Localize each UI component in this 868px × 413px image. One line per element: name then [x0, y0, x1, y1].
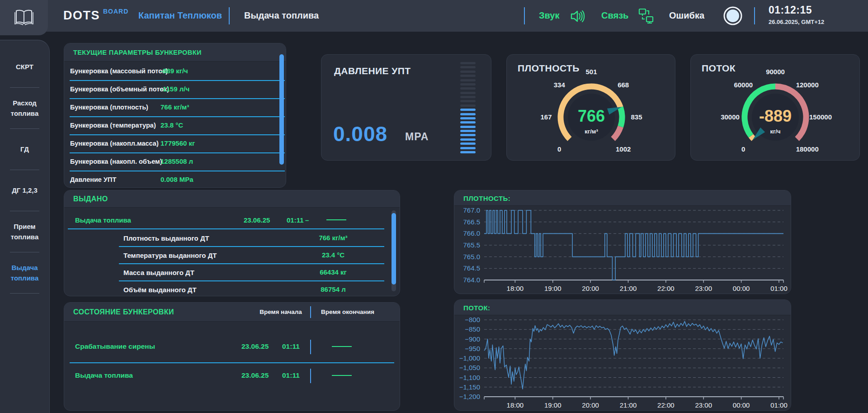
flow-chart-card: ПОТОК: −800−850−900−950−1,000−1,050−1,10… [454, 299, 791, 411]
sidebar-item-fuel-dispensing[interactable]: Выдача топлива [0, 252, 49, 293]
sidebar-item-fuel-consumption[interactable]: Расход топлива [0, 88, 49, 128]
pressure-bar-segment [460, 126, 476, 128]
svg-text:−1,200: −1,200 [459, 393, 480, 400]
sidebar-item-skrt[interactable]: СКРТ [0, 47, 49, 87]
speaker-icon[interactable] [569, 8, 586, 27]
flow-gauge: 0300006000090000120000150000180000-889кг… [694, 69, 857, 161]
column-end-time: Время окончания [314, 309, 382, 315]
svg-text:−1,050: −1,050 [459, 364, 480, 371]
pressure-bar-segment [460, 100, 476, 102]
card-header: ТЕКУЩИЕ ПАРАМЕТРЫ БУНКЕРОВКИ [64, 43, 286, 62]
issued-row: Масса выданного ДТ66434 кг [64, 264, 400, 282]
param-label: Бункеровка (накопл.масса) [70, 140, 159, 147]
param-label: Бункеровка (температура) [70, 122, 156, 129]
header-divider [524, 7, 525, 24]
svg-text:−900: −900 [465, 335, 480, 343]
sidebar-item-dg123[interactable]: ДГ 1,2,3 [0, 170, 49, 211]
params-scrollbar[interactable] [279, 54, 284, 165]
pressure-bar-segment [460, 134, 476, 136]
pressure-bar-segment [460, 113, 476, 115]
pressure-bar-segment [460, 104, 476, 107]
state-row: Срабатывание сирены 23.06.25 01:11 [64, 342, 400, 364]
svg-text:19:00: 19:00 [544, 401, 561, 409]
svg-text:23:00: 23:00 [695, 401, 712, 409]
ship-name-link[interactable]: Капитан Теплюков [138, 10, 222, 21]
param-row: Бункеровка (накопл.масса)1779560 кг [64, 135, 286, 153]
bunkering-state-card: СОСТОЯНИЕ БУНКЕРОВКИ Время начала Время … [64, 302, 400, 411]
column-divider [310, 369, 311, 383]
issued-scrollbar[interactable] [392, 213, 396, 285]
svg-text:767.0: 767.0 [463, 206, 480, 214]
param-row: Бункеровка (объемный поток)-1159 л/ч [64, 81, 286, 99]
column-start-time: Время начала [251, 309, 310, 315]
no-end-time-dash [332, 346, 352, 347]
issued-row-value: 66434 кг [290, 268, 376, 276]
param-label: Бункеровка (объемный поток) [70, 85, 169, 93]
network-icon[interactable] [637, 6, 656, 27]
sidebar-item-fuel-intake[interactable]: Прием топлива [0, 211, 49, 252]
error-indicator-icon[interactable] [722, 5, 743, 28]
brand-sub-text: BOARD [103, 8, 128, 15]
column-divider [310, 306, 311, 318]
clock-time: 01:12:15 [769, 4, 812, 16]
sidebar-item-gd[interactable]: ГД [0, 129, 49, 170]
svg-text:кг/м³: кг/м³ [585, 128, 598, 135]
clock-date: 26.06.2025, GMT+12 [769, 19, 824, 25]
svg-text:0: 0 [741, 145, 745, 153]
dashboard: DOTS BOARD Капитан Теплюков Выдача топли… [0, 0, 868, 413]
sound-status-label[interactable]: Звук [539, 10, 559, 21]
header-divider [229, 7, 230, 24]
row-separator [70, 362, 394, 363]
svg-text:668: 668 [618, 81, 629, 89]
pressure-bar-segment [460, 92, 476, 94]
issued-row-label: Плотность выданного ДТ [123, 234, 209, 242]
card-header: ПЛОТНОСТЬ: [454, 190, 791, 206]
pressure-bar-segment [460, 147, 476, 149]
param-row: Бункеровка (температура)23.8 °C [64, 117, 286, 135]
link-status-label[interactable]: Связь [601, 10, 628, 21]
svg-text:21:00: 21:00 [620, 285, 637, 292]
svg-text:−800: −800 [465, 316, 480, 323]
sidebar-divider [10, 293, 39, 294]
card-header: ВЫДАНО [64, 190, 400, 208]
no-end-time-dash [326, 219, 346, 220]
svg-text:−1,150: −1,150 [459, 383, 480, 391]
app-logo[interactable] [0, 0, 48, 35]
pressure-bar-segment [460, 109, 476, 111]
svg-text:765.0: 765.0 [463, 253, 480, 261]
svg-text:01:00: 01:00 [770, 401, 788, 409]
svg-text:0: 0 [557, 145, 561, 153]
page-title: Выдача топлива [244, 10, 319, 21]
svg-text:835: 835 [631, 113, 642, 121]
top-header: DOTS BOARD Капитан Теплюков Выдача топли… [0, 0, 868, 32]
pressure-card: ДАВЛЕНИЕ УПТ 0.008 MPA [321, 54, 491, 161]
issued-row-label: Масса выданного ДТ [123, 269, 194, 276]
param-row: Бункеровка (накопл. объем)1285508 л [64, 153, 286, 171]
pressure-bar-segment [460, 138, 476, 141]
state-row-date: 23.06.25 [241, 371, 269, 380]
flow-gauge-card: ПОТОК 0300006000090000120000150000180000… [690, 54, 860, 161]
pressure-bar-segment [460, 87, 476, 90]
svg-text:334: 334 [554, 81, 566, 89]
error-status-label[interactable]: Ошибка [669, 10, 704, 21]
param-value: -1159 л/ч [160, 85, 189, 93]
svg-text:20:00: 20:00 [582, 285, 599, 292]
flow-chart: −800−850−900−950−1,000−1,050−1,100−1,150… [454, 315, 792, 412]
state-row-time: 01:11 [282, 342, 300, 351]
sidebar-nav: СКРТ Расход топлива ГД ДГ 1,2,3 Прием то… [0, 40, 50, 413]
svg-text:18:00: 18:00 [507, 401, 524, 409]
issued-title: ВЫДАНО [73, 195, 108, 203]
param-label: Бункеровка (плотность) [70, 104, 148, 111]
svg-text:764.0: 764.0 [463, 276, 480, 284]
brand-logo-text: DOTS [63, 9, 100, 23]
issued-row-label: Температура выданного ДТ [123, 252, 217, 259]
pressure-bar-segment [460, 151, 476, 153]
state-row-label: Срабатывание сирены [75, 342, 155, 351]
svg-text:-889: -889 [759, 107, 792, 125]
card-header: ПОТОК: [454, 300, 791, 315]
issued-row: Объём выданного ДТ86754 л [64, 281, 400, 299]
svg-text:01:00: 01:00 [770, 285, 788, 292]
pressure-bars [460, 62, 476, 153]
param-label: Давление УПТ [70, 176, 116, 183]
param-value: 1285508 л [160, 157, 193, 165]
